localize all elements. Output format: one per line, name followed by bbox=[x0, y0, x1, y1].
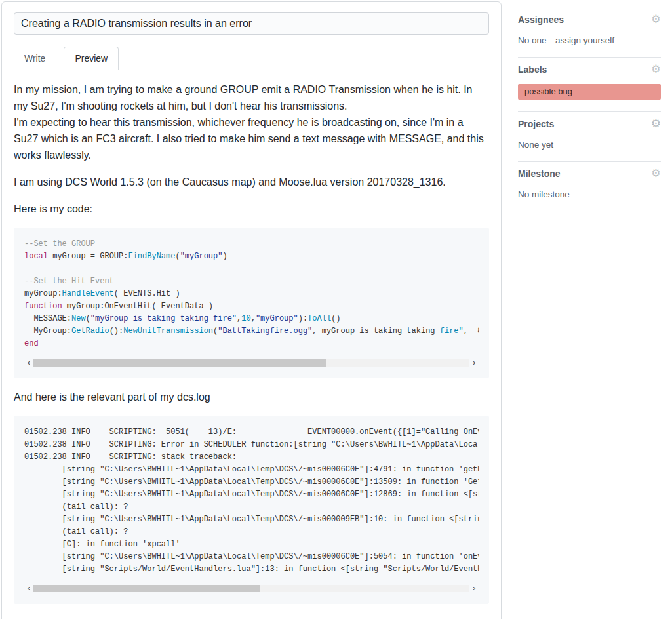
code-horizontal-scrollbar[interactable]: ‹ › bbox=[24, 358, 479, 368]
log-horizontal-scrollbar[interactable]: ‹ › bbox=[24, 584, 479, 593]
assignees-value[interactable]: No one—assign yourself bbox=[518, 35, 661, 45]
issue-body-paragraph: And here is the relevant part of my dcs.… bbox=[14, 389, 489, 405]
tab-write[interactable]: Write bbox=[14, 47, 56, 70]
gear-icon[interactable]: ⚙ bbox=[651, 65, 661, 74]
paragraph-text: In my mission, I am trying to make a gro… bbox=[14, 84, 473, 111]
scrollbar-thumb[interactable] bbox=[33, 585, 260, 592]
lua-code-block: --Set the GROUPlocal myGroup = GROUP:Fin… bbox=[14, 228, 489, 378]
gear-icon[interactable]: ⚙ bbox=[651, 119, 661, 129]
issue-body-paragraph: I am using DCS World 1.5.3 (on the Cauca… bbox=[14, 174, 489, 190]
gear-icon[interactable]: ⚙ bbox=[651, 15, 661, 24]
scrollbar-track[interactable] bbox=[33, 359, 469, 367]
scrollbar-track[interactable] bbox=[33, 585, 469, 592]
sidebar-section-assignees: Assignees ⚙ No one—assign yourself bbox=[518, 8, 661, 58]
write-preview-tabs: Write Preview bbox=[2, 47, 501, 70]
sidebar-section-projects: Projects ⚙ None yet bbox=[518, 112, 661, 162]
label-possible-bug[interactable]: possible bug bbox=[518, 84, 661, 100]
sidebar-section-labels: Labels ⚙ possible bug bbox=[518, 58, 661, 112]
issue-title-input[interactable] bbox=[14, 12, 489, 35]
log-code: 01502.238 INFO SCRIPTING: 5051( 13)/E: E… bbox=[24, 426, 479, 576]
scroll-left-icon[interactable]: ‹ bbox=[24, 358, 33, 368]
issue-body-paragraph: Here is my code: bbox=[14, 201, 489, 217]
scroll-right-icon[interactable]: › bbox=[469, 358, 479, 368]
scrollbar-thumb[interactable] bbox=[33, 359, 326, 367]
issue-sidebar: Assignees ⚙ No one—assign yourself Label… bbox=[518, 8, 661, 211]
preview-pane: In my mission, I am trying to make a gro… bbox=[2, 70, 501, 619]
scroll-left-icon[interactable]: ‹ bbox=[24, 584, 33, 593]
scroll-right-icon[interactable]: › bbox=[469, 584, 479, 593]
gear-icon[interactable]: ⚙ bbox=[651, 169, 661, 178]
log-code-block: 01502.238 INFO SCRIPTING: 5051( 13)/E: E… bbox=[14, 416, 489, 604]
paragraph-text: I'm expecting to hear this transmission,… bbox=[14, 117, 484, 161]
new-issue-form: Write Preview In my mission, I am trying… bbox=[1, 1, 502, 619]
projects-heading: Projects bbox=[518, 119, 554, 129]
title-row bbox=[2, 2, 501, 35]
sidebar-section-milestone: Milestone ⚙ No milestone bbox=[518, 162, 661, 211]
projects-value: None yet bbox=[518, 140, 661, 150]
assignees-heading: Assignees bbox=[518, 14, 564, 25]
milestone-heading: Milestone bbox=[518, 169, 561, 179]
tab-preview[interactable]: Preview bbox=[64, 47, 119, 70]
milestone-value: No milestone bbox=[518, 190, 661, 199]
labels-heading: Labels bbox=[518, 64, 547, 75]
issue-body-paragraph: In my mission, I am trying to make a gro… bbox=[14, 81, 489, 163]
lua-code: --Set the GROUPlocal myGroup = GROUP:Fin… bbox=[24, 238, 479, 350]
